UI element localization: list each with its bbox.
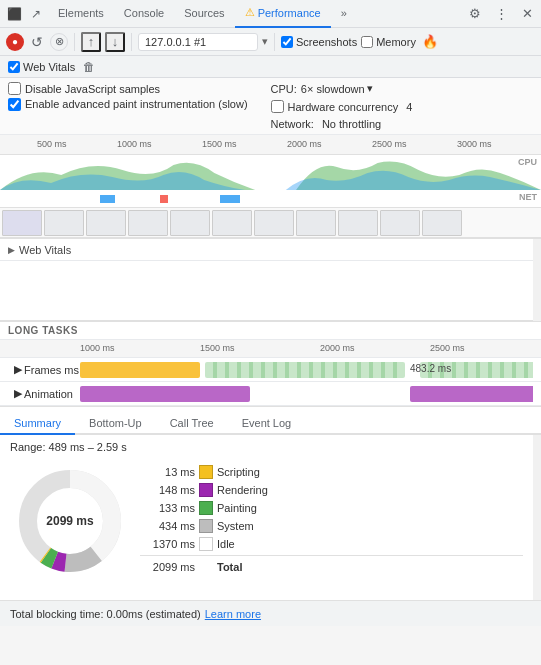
- upload-button[interactable]: ↑: [81, 32, 101, 52]
- stop-button[interactable]: ⊗: [50, 33, 68, 51]
- tab-sources[interactable]: Sources: [174, 0, 234, 28]
- clear-button[interactable]: 🗑: [83, 60, 95, 74]
- hardware-checkbox[interactable]: [271, 100, 284, 113]
- separator2: [131, 33, 132, 51]
- main-toolbar: ⬛ ↗ Elements Console Sources ⚠ Performan…: [0, 0, 541, 28]
- frames-expand[interactable]: ▶: [14, 363, 22, 376]
- options-right: CPU: 6× slowdown ▾ Hardware concurrency …: [271, 81, 534, 131]
- pie-center-value: 2099 ms: [46, 514, 93, 528]
- status-text: Total blocking time: 0.00ms (estimated): [10, 608, 201, 620]
- memory-checkbox[interactable]: Memory: [361, 36, 416, 48]
- legend-table: 13 ms Scripting 148 ms Rendering 133 ms …: [140, 465, 523, 578]
- thumbnail-9: [338, 210, 378, 236]
- record-toolbar: ● ↺ ⊗ ↑ ↓ 127.0.0.1 #1 ▾ Screenshots Mem…: [0, 28, 541, 56]
- separator: [74, 33, 75, 51]
- more-icon[interactable]: ⋮: [491, 4, 511, 24]
- cpu-option: CPU: 6× slowdown ▾: [271, 81, 534, 96]
- painting-label: Painting: [217, 502, 257, 514]
- legend-idle: 1370 ms Idle: [140, 537, 523, 551]
- vitals-checkbox[interactable]: Web Vitals: [8, 61, 75, 73]
- thumbnails-row: [0, 208, 541, 238]
- scrollbar-right[interactable]: [533, 239, 541, 321]
- frames-label: ▶ Frames ms: [0, 363, 80, 376]
- thumbnail-11: [422, 210, 462, 236]
- svg-rect-0: [100, 195, 115, 203]
- tab-call-tree[interactable]: Call Tree: [156, 413, 228, 435]
- vitals-label: Web Vitals: [23, 61, 75, 73]
- long-tasks-section: LONG TASKS 1000 ms 1500 ms 2000 ms 2500 …: [0, 322, 541, 407]
- summary-body: 2099 ms 13 ms Scripting 148 ms Rendering…: [10, 461, 523, 581]
- summary-content: Range: 489 ms – 2.59 s: [0, 435, 533, 600]
- net-chart: [0, 190, 530, 208]
- tab-event-log[interactable]: Event Log: [228, 413, 306, 435]
- system-label: System: [217, 520, 254, 532]
- pie-chart: 2099 ms: [10, 461, 130, 581]
- ruler-mark-4: 2000 ms: [287, 139, 322, 149]
- net-track: NET: [0, 190, 541, 208]
- device-icon[interactable]: ⬛: [4, 4, 24, 24]
- bottom-tabs: Summary Bottom-Up Call Tree Event Log: [0, 407, 541, 435]
- thumbnail-10: [380, 210, 420, 236]
- net-label: NET: [519, 192, 537, 202]
- web-vitals-content: ▶ Web Vitals: [0, 239, 533, 321]
- url-dropdown[interactable]: ▾: [262, 35, 268, 48]
- ruler-mark-3: 1500 ms: [202, 139, 237, 149]
- animation-content: [80, 382, 533, 405]
- legend-system: 434 ms System: [140, 519, 523, 533]
- close-icon[interactable]: ✕: [517, 4, 537, 24]
- screenshots-checkbox[interactable]: Screenshots: [281, 36, 357, 48]
- frames-bar-green-1: [205, 362, 405, 378]
- tab-bottom-up[interactable]: Bottom-Up: [75, 413, 156, 435]
- thumbnail-7: [254, 210, 294, 236]
- tab-performance[interactable]: ⚠ Performance: [235, 0, 331, 28]
- disable-js-checkbox[interactable]: [8, 82, 21, 95]
- tab-console[interactable]: Console: [114, 0, 174, 28]
- tab-more[interactable]: »: [331, 0, 357, 28]
- animation-expand[interactable]: ▶: [14, 387, 22, 400]
- refresh-button[interactable]: ↺: [28, 33, 46, 51]
- web-vitals-label: Web Vitals: [19, 244, 71, 256]
- cpu-track: CPU: [0, 155, 541, 190]
- legend-scripting: 13 ms Scripting: [140, 465, 523, 479]
- painting-value: 133 ms: [140, 502, 195, 514]
- learn-more-link[interactable]: Learn more: [205, 608, 261, 620]
- record-button[interactable]: ●: [6, 33, 24, 51]
- rendering-color: [199, 483, 213, 497]
- thumbnail-2: [44, 210, 84, 236]
- network-option: Network: No throttling: [271, 117, 534, 131]
- warning-icon: ⚠: [245, 6, 255, 19]
- flame-button[interactable]: 🔥: [420, 32, 440, 52]
- task-ruler-4: 2500 ms: [430, 343, 465, 353]
- inspect-icon[interactable]: ↗: [26, 4, 46, 24]
- toolbar-icons: ⚙ ⋮ ✕: [465, 4, 537, 24]
- svg-rect-2: [220, 195, 240, 203]
- network-dropdown[interactable]: No throttling: [322, 118, 381, 130]
- vitals-toolbar: Web Vitals 🗑: [0, 56, 541, 78]
- total-label: Total: [217, 561, 242, 573]
- vitals-empty-area: [0, 261, 533, 321]
- separator3: [274, 33, 275, 51]
- rendering-label: Rendering: [217, 484, 268, 496]
- options-panel: Disable JavaScript samples Enable advanc…: [0, 78, 541, 135]
- status-bar: Total blocking time: 0.00ms (estimated) …: [0, 600, 541, 626]
- idle-label: Idle: [217, 538, 235, 550]
- rendering-value: 148 ms: [140, 484, 195, 496]
- ruler-mark-5: 2500 ms: [372, 139, 407, 149]
- advanced-paint-checkbox[interactable]: [8, 98, 21, 111]
- summary-scrollbar[interactable]: [533, 435, 541, 600]
- settings-icon[interactable]: ⚙: [465, 4, 485, 24]
- expand-arrow[interactable]: ▶: [8, 245, 15, 255]
- timeline-area: 500 ms 1000 ms 1500 ms 2000 ms 2500 ms 3…: [0, 135, 541, 239]
- long-tasks-header: LONG TASKS: [0, 322, 541, 340]
- task-ruler-2: 1500 ms: [200, 343, 235, 353]
- summary-panel: Range: 489 ms – 2.59 s: [0, 435, 541, 600]
- options-left: Disable JavaScript samples Enable advanc…: [8, 81, 271, 112]
- download-button[interactable]: ↓: [105, 32, 125, 52]
- animation-bar-2: [410, 386, 533, 402]
- cpu-chart: [0, 155, 541, 190]
- cpu-dropdown[interactable]: 6× slowdown ▾: [301, 82, 373, 95]
- frames-content: 483.2 ms: [80, 358, 533, 381]
- ruler-mark-1: 500 ms: [37, 139, 67, 149]
- tab-summary[interactable]: Summary: [0, 413, 75, 435]
- tab-elements[interactable]: Elements: [48, 0, 114, 28]
